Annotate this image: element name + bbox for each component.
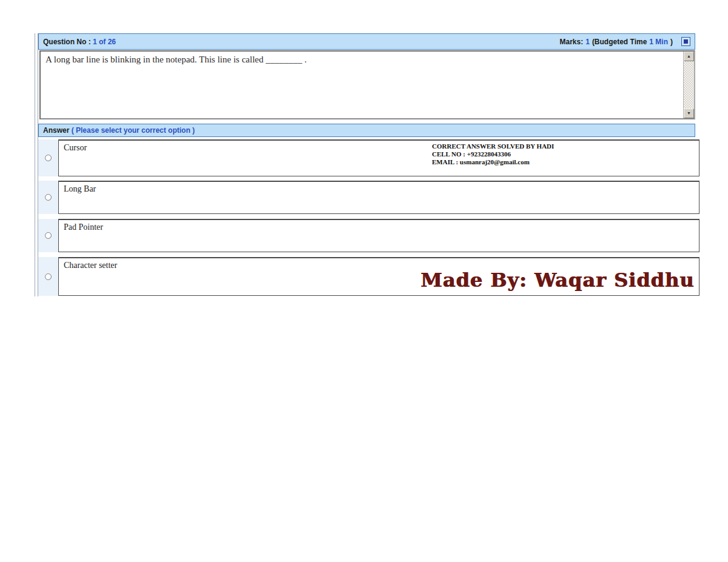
option-2-radio[interactable] (45, 194, 52, 201)
answer-instruction: ( Please select your correct option ) (72, 126, 195, 135)
watermark-text: Made By: Waqar Siddhu (420, 269, 694, 292)
option-3-radio[interactable] (45, 232, 52, 239)
option-row-1: Cursor CORRECT ANSWER SOLVED BY HADI CEL… (38, 139, 699, 176)
option-2-radio-cell (38, 181, 58, 214)
scroll-up-icon[interactable]: ▲ (684, 52, 694, 61)
panel-restore-icon[interactable] (681, 37, 690, 46)
option-row-3: Pad Pointer (38, 219, 699, 252)
question-number: Question No : 1 of 26 (43, 38, 116, 46)
question-text: A long bar line is blinking in the notep… (41, 52, 694, 68)
scroll-down-icon[interactable]: ▼ (684, 109, 694, 118)
option-2-box[interactable]: Long Bar (58, 181, 699, 214)
option-1-box[interactable]: Cursor CORRECT ANSWER SOLVED BY HADI CEL… (58, 139, 699, 176)
answer-header-bar: Answer ( Please select your correct opti… (38, 124, 695, 137)
question-number-value: 1 of 26 (93, 38, 116, 46)
scrollbar-track[interactable] (684, 61, 694, 109)
option-3-label: Pad Pointer (59, 220, 699, 235)
panel-restore-icon-glyph (684, 39, 688, 44)
quiz-page: Question No : 1 of 26 Marks: 1 (Budgeted… (0, 0, 728, 562)
option-2-label: Long Bar (59, 182, 699, 196)
marks-info: Marks: 1 (Budgeted Time 1 Min) (560, 37, 691, 46)
solver-note-line1: CORRECT ANSWER SOLVED BY HADI (432, 142, 554, 150)
budget-time-prefix: (Budgeted Time (592, 38, 647, 46)
option-1-radio-cell (38, 139, 58, 176)
answer-label: Answer (43, 126, 69, 135)
question-header-bar: Question No : 1 of 26 Marks: 1 (Budgeted… (38, 33, 695, 50)
option-3-radio-cell (38, 219, 58, 252)
question-text-box: A long bar line is blinking in the notep… (39, 50, 695, 119)
option-3-box[interactable]: Pad Pointer (58, 219, 699, 252)
question-scrollbar[interactable]: ▲ ▼ (683, 52, 694, 118)
option-1-radio[interactable] (45, 155, 52, 161)
solver-note-line2: CELL NO : +923228043306 (432, 150, 554, 158)
budget-time-suffix: ) (670, 38, 673, 46)
solver-note: CORRECT ANSWER SOLVED BY HADI CELL NO : … (432, 142, 554, 166)
marks-label: Marks: (560, 38, 584, 46)
option-row-2: Long Bar (38, 181, 699, 214)
option-1-label: Cursor (59, 141, 699, 155)
option-4-radio-cell (38, 257, 58, 296)
budget-time-value: 1 Min (649, 38, 668, 46)
option-4-radio[interactable] (45, 273, 52, 280)
solver-note-line3: EMAIL : usmanraj20@gmail.com (432, 158, 554, 166)
marks-value: 1 (585, 38, 590, 46)
question-number-label: Question No : (43, 38, 91, 46)
